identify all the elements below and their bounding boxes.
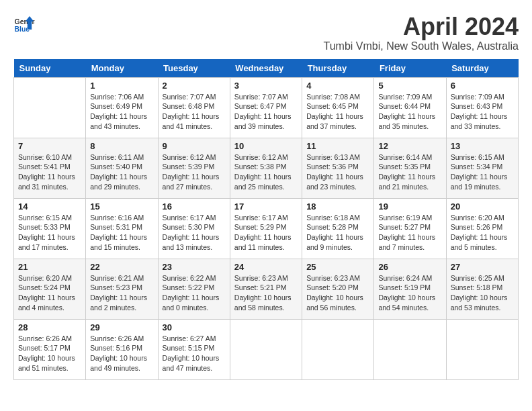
calendar-cell [230,319,302,379]
calendar-cell: 24Sunrise: 6:23 AMSunset: 5:21 PMDayligh… [230,259,302,319]
calendar-cell: 9Sunrise: 6:12 AMSunset: 5:39 PMDaylight… [158,138,230,198]
day-number: 17 [234,201,298,212]
calendar-cell: 29Sunrise: 6:26 AMSunset: 5:16 PMDayligh… [86,319,158,379]
calendar-cell: 19Sunrise: 6:19 AMSunset: 5:27 PMDayligh… [374,198,446,259]
calendar-cell [446,319,518,379]
calendar-cell: 16Sunrise: 6:17 AMSunset: 5:30 PMDayligh… [158,198,230,259]
day-info: Sunrise: 6:19 AMSunset: 5:27 PMDaylight:… [378,213,441,253]
header-row: SundayMondayTuesdayWednesdayThursdayFrid… [14,59,519,78]
calendar-body: 1Sunrise: 7:06 AMSunset: 6:49 PMDaylight… [14,77,519,379]
header-cell-saturday: Saturday [446,59,518,78]
day-info: Sunrise: 6:12 AMSunset: 5:38 PMDaylight:… [234,152,298,192]
day-info: Sunrise: 7:09 AMSunset: 6:44 PMDaylight:… [378,92,441,132]
day-info: Sunrise: 6:26 AMSunset: 5:17 PMDaylight:… [18,334,81,373]
logo-icon: General Blue [13,13,35,35]
day-number: 19 [378,201,441,212]
day-info: Sunrise: 6:20 AMSunset: 5:26 PMDaylight:… [451,213,514,253]
day-info: Sunrise: 6:24 AMSunset: 5:19 PMDaylight:… [378,273,441,313]
day-info: Sunrise: 6:25 AMSunset: 5:18 PMDaylight:… [451,273,514,313]
week-row-2: 7Sunrise: 6:10 AMSunset: 5:41 PMDaylight… [14,138,519,198]
day-number: 16 [163,201,226,212]
calendar-cell: 14Sunrise: 6:15 AMSunset: 5:33 PMDayligh… [14,198,86,259]
day-info: Sunrise: 6:22 AMSunset: 5:22 PMDaylight:… [163,273,226,313]
day-info: Sunrise: 6:13 AMSunset: 5:36 PMDaylight:… [306,152,369,192]
calendar-cell: 26Sunrise: 6:24 AMSunset: 5:19 PMDayligh… [374,259,446,319]
calendar-header: SundayMondayTuesdayWednesdayThursdayFrid… [14,59,519,78]
calendar-cell: 12Sunrise: 6:14 AMSunset: 5:35 PMDayligh… [374,138,446,198]
header-cell-thursday: Thursday [302,59,374,78]
day-number: 7 [18,141,81,151]
calendar-cell: 7Sunrise: 6:10 AMSunset: 5:41 PMDaylight… [14,138,86,198]
day-number: 30 [163,322,226,332]
day-info: Sunrise: 6:14 AMSunset: 5:35 PMDaylight:… [378,152,441,192]
calendar-table: SundayMondayTuesdayWednesdayThursdayFrid… [13,59,519,380]
day-info: Sunrise: 6:15 AMSunset: 5:33 PMDaylight:… [18,213,81,253]
day-number: 4 [306,81,369,91]
day-number: 22 [90,262,153,272]
day-number: 6 [451,81,514,91]
day-number: 15 [90,201,153,212]
calendar-cell [302,319,374,379]
calendar-cell: 4Sunrise: 7:08 AMSunset: 6:45 PMDaylight… [302,77,374,138]
day-info: Sunrise: 6:17 AMSunset: 5:29 PMDaylight:… [234,213,298,253]
day-info: Sunrise: 6:17 AMSunset: 5:30 PMDaylight:… [163,213,226,253]
calendar-cell: 6Sunrise: 7:09 AMSunset: 6:43 PMDaylight… [446,77,518,138]
day-info: Sunrise: 6:16 AMSunset: 5:31 PMDaylight:… [90,213,153,253]
day-number: 8 [90,141,153,151]
calendar-cell: 27Sunrise: 6:25 AMSunset: 5:18 PMDayligh… [446,259,518,319]
logo: General Blue [13,13,35,35]
week-row-3: 14Sunrise: 6:15 AMSunset: 5:33 PMDayligh… [14,198,519,259]
day-number: 2 [163,81,226,91]
page-header: General Blue April 2024 Tumbi Vmbi, New … [13,13,519,52]
day-number: 20 [451,201,514,212]
day-info: Sunrise: 7:08 AMSunset: 6:45 PMDaylight:… [306,92,369,132]
header-cell-friday: Friday [374,59,446,78]
day-info: Sunrise: 7:07 AMSunset: 6:48 PMDaylight:… [163,92,226,132]
day-number: 9 [163,141,226,151]
day-number: 28 [18,322,81,332]
calendar-cell: 30Sunrise: 6:27 AMSunset: 5:15 PMDayligh… [158,319,230,379]
day-info: Sunrise: 6:21 AMSunset: 5:23 PMDaylight:… [90,273,153,313]
day-number: 13 [451,141,514,151]
calendar-cell: 18Sunrise: 6:18 AMSunset: 5:28 PMDayligh… [302,198,374,259]
title-section: April 2024 Tumbi Vmbi, New South Wales, … [324,13,519,52]
day-info: Sunrise: 6:26 AMSunset: 5:16 PMDaylight:… [90,334,153,373]
day-info: Sunrise: 6:23 AMSunset: 5:20 PMDaylight:… [306,273,369,313]
header-cell-wednesday: Wednesday [230,59,302,78]
week-row-1: 1Sunrise: 7:06 AMSunset: 6:49 PMDaylight… [14,77,519,138]
day-number: 27 [451,262,514,272]
calendar-cell: 28Sunrise: 6:26 AMSunset: 5:17 PMDayligh… [14,319,86,379]
day-number: 25 [306,262,369,272]
day-number: 18 [306,201,369,212]
calendar-cell: 8Sunrise: 6:11 AMSunset: 5:40 PMDaylight… [86,138,158,198]
day-number: 29 [90,322,153,332]
calendar-cell: 23Sunrise: 6:22 AMSunset: 5:22 PMDayligh… [158,259,230,319]
day-number: 24 [234,262,298,272]
header-cell-sunday: Sunday [14,59,86,78]
month-title: April 2024 [324,13,519,40]
calendar-cell: 22Sunrise: 6:21 AMSunset: 5:23 PMDayligh… [86,259,158,319]
calendar-cell: 1Sunrise: 7:06 AMSunset: 6:49 PMDaylight… [86,77,158,138]
day-info: Sunrise: 7:07 AMSunset: 6:47 PMDaylight:… [234,92,298,132]
day-number: 10 [234,141,298,151]
day-number: 23 [163,262,226,272]
day-info: Sunrise: 6:18 AMSunset: 5:28 PMDaylight:… [306,213,369,253]
day-number: 3 [234,81,298,91]
calendar-cell: 5Sunrise: 7:09 AMSunset: 6:44 PMDaylight… [374,77,446,138]
calendar-cell: 10Sunrise: 6:12 AMSunset: 5:38 PMDayligh… [230,138,302,198]
day-info: Sunrise: 6:15 AMSunset: 5:34 PMDaylight:… [451,152,514,192]
day-number: 12 [378,141,441,151]
header-cell-monday: Monday [86,59,158,78]
calendar-cell: 15Sunrise: 6:16 AMSunset: 5:31 PMDayligh… [86,198,158,259]
day-info: Sunrise: 7:09 AMSunset: 6:43 PMDaylight:… [451,92,514,132]
week-row-4: 21Sunrise: 6:20 AMSunset: 5:24 PMDayligh… [14,259,519,319]
day-info: Sunrise: 6:11 AMSunset: 5:40 PMDaylight:… [90,152,153,192]
calendar-cell: 17Sunrise: 6:17 AMSunset: 5:29 PMDayligh… [230,198,302,259]
location: Tumbi Vmbi, New South Wales, Australia [324,40,519,52]
day-number: 1 [90,81,153,91]
day-info: Sunrise: 7:06 AMSunset: 6:49 PMDaylight:… [90,92,153,132]
calendar-cell [374,319,446,379]
calendar-cell: 25Sunrise: 6:23 AMSunset: 5:20 PMDayligh… [302,259,374,319]
day-info: Sunrise: 6:23 AMSunset: 5:21 PMDaylight:… [234,273,298,313]
header-cell-tuesday: Tuesday [158,59,230,78]
